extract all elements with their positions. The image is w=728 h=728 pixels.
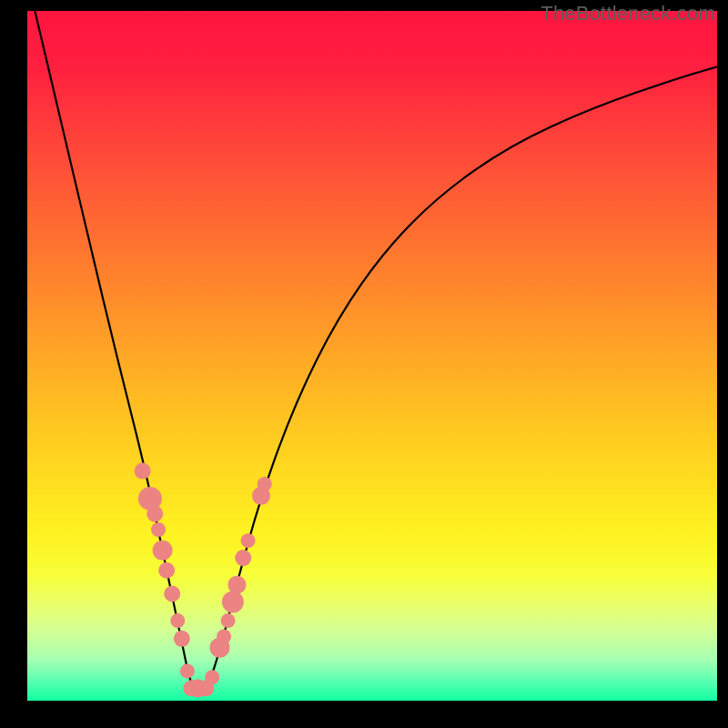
data-marker	[164, 586, 180, 602]
data-marker	[151, 522, 166, 537]
data-marker	[217, 630, 231, 644]
watermark-text: TheBottleneck.com	[541, 2, 715, 25]
data-markers	[135, 463, 272, 698]
data-marker	[235, 550, 251, 566]
data-marker	[158, 562, 175, 579]
data-marker	[228, 576, 246, 594]
chart-svg	[27, 11, 717, 701]
data-marker	[258, 477, 272, 491]
data-marker	[222, 592, 244, 613]
data-marker	[241, 533, 256, 548]
data-marker	[205, 670, 219, 684]
bottleneck-curve	[35, 11, 717, 691]
data-marker	[170, 613, 185, 628]
data-marker	[147, 506, 163, 522]
data-marker	[180, 663, 195, 678]
data-marker	[153, 541, 173, 561]
data-marker	[174, 631, 190, 647]
plot-area	[27, 11, 717, 701]
chart-stage: TheBottleneck.com	[0, 0, 728, 728]
data-marker	[221, 613, 236, 628]
data-marker	[135, 463, 151, 480]
